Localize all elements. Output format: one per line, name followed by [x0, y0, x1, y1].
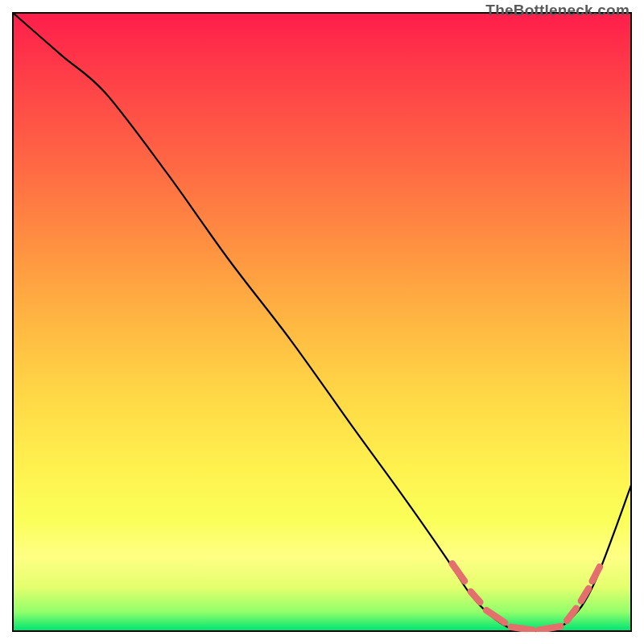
chart-container: TheBottleneck.com	[0, 0, 644, 644]
chart-plot-area	[12, 12, 632, 632]
attribution-label: TheBottleneck.com	[485, 2, 630, 19]
